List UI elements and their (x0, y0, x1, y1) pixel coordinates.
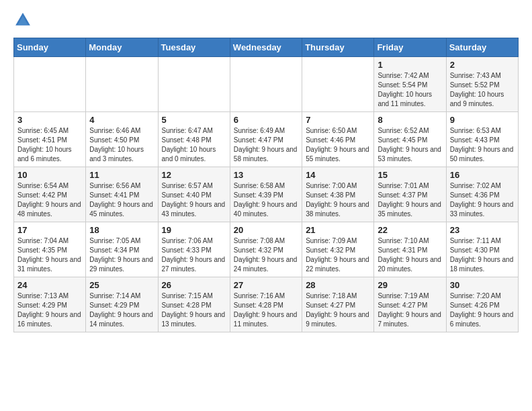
day-number: 14 (306, 170, 370, 180)
day-info: Sunrise: 6:50 AM Sunset: 4:46 PM Dayligh… (306, 126, 370, 164)
logo-icon (13, 11, 32, 30)
day-info: Sunrise: 7:08 AM Sunset: 4:32 PM Dayligh… (234, 236, 298, 274)
day-cell: 10Sunrise: 6:54 AM Sunset: 4:42 PM Dayli… (14, 167, 86, 222)
day-info: Sunrise: 7:42 AM Sunset: 5:54 PM Dayligh… (378, 71, 442, 109)
day-info: Sunrise: 6:56 AM Sunset: 4:41 PM Dayligh… (89, 181, 154, 219)
day-cell (86, 57, 158, 112)
page: SundayMondayTuesdayWednesdayThursdayFrid… (0, 0, 532, 343)
day-cell: 23Sunrise: 7:11 AM Sunset: 4:30 PM Dayli… (446, 222, 518, 277)
day-number: 16 (450, 170, 515, 180)
day-cell: 22Sunrise: 7:10 AM Sunset: 4:31 PM Dayli… (374, 222, 446, 277)
day-cell: 21Sunrise: 7:09 AM Sunset: 4:32 PM Dayli… (302, 222, 374, 277)
day-info: Sunrise: 7:09 AM Sunset: 4:32 PM Dayligh… (306, 236, 370, 274)
day-number: 11 (89, 170, 154, 180)
day-info: Sunrise: 6:52 AM Sunset: 4:45 PM Dayligh… (378, 126, 442, 164)
day-cell: 19Sunrise: 7:06 AM Sunset: 4:33 PM Dayli… (158, 222, 230, 277)
day-number: 23 (450, 225, 515, 235)
logo (13, 11, 35, 30)
day-info: Sunrise: 7:19 AM Sunset: 4:27 PM Dayligh… (378, 291, 442, 329)
col-header-tuesday: Tuesday (158, 38, 230, 57)
day-cell: 11Sunrise: 6:56 AM Sunset: 4:41 PM Dayli… (86, 167, 158, 222)
day-cell: 3Sunrise: 6:45 AM Sunset: 4:51 PM Daylig… (14, 112, 86, 167)
day-cell: 4Sunrise: 6:46 AM Sunset: 4:50 PM Daylig… (86, 112, 158, 167)
day-cell: 8Sunrise: 6:52 AM Sunset: 4:45 PM Daylig… (374, 112, 446, 167)
day-number: 25 (89, 280, 154, 290)
col-header-wednesday: Wednesday (230, 38, 302, 57)
day-number: 26 (162, 280, 226, 290)
day-number: 10 (17, 170, 82, 180)
day-info: Sunrise: 7:00 AM Sunset: 4:38 PM Dayligh… (306, 181, 370, 219)
day-cell: 30Sunrise: 7:20 AM Sunset: 4:26 PM Dayli… (446, 277, 518, 332)
day-cell: 24Sunrise: 7:13 AM Sunset: 4:29 PM Dayli… (14, 277, 86, 332)
day-number: 27 (234, 280, 298, 290)
col-header-monday: Monday (86, 38, 158, 57)
day-cell: 1Sunrise: 7:42 AM Sunset: 5:54 PM Daylig… (374, 57, 446, 112)
day-info: Sunrise: 7:14 AM Sunset: 4:29 PM Dayligh… (89, 291, 154, 329)
day-info: Sunrise: 7:01 AM Sunset: 4:37 PM Dayligh… (378, 181, 442, 219)
day-info: Sunrise: 6:45 AM Sunset: 4:51 PM Dayligh… (17, 126, 82, 164)
col-header-friday: Friday (374, 38, 446, 57)
day-cell: 6Sunrise: 6:49 AM Sunset: 4:47 PM Daylig… (230, 112, 302, 167)
col-header-sunday: Sunday (14, 38, 86, 57)
day-info: Sunrise: 7:18 AM Sunset: 4:27 PM Dayligh… (306, 291, 370, 329)
day-info: Sunrise: 7:06 AM Sunset: 4:33 PM Dayligh… (162, 236, 226, 274)
day-info: Sunrise: 7:16 AM Sunset: 4:28 PM Dayligh… (234, 291, 298, 329)
day-cell: 27Sunrise: 7:16 AM Sunset: 4:28 PM Dayli… (230, 277, 302, 332)
day-cell: 25Sunrise: 7:14 AM Sunset: 4:29 PM Dayli… (86, 277, 158, 332)
day-number: 29 (378, 280, 442, 290)
day-number: 19 (162, 225, 226, 235)
day-cell: 14Sunrise: 7:00 AM Sunset: 4:38 PM Dayli… (302, 167, 374, 222)
week-row-1: 3Sunrise: 6:45 AM Sunset: 4:51 PM Daylig… (14, 112, 519, 167)
day-cell: 2Sunrise: 7:43 AM Sunset: 5:52 PM Daylig… (446, 57, 518, 112)
day-cell (230, 57, 302, 112)
day-info: Sunrise: 7:02 AM Sunset: 4:36 PM Dayligh… (450, 181, 515, 219)
day-number: 1 (378, 60, 442, 70)
day-number: 8 (378, 115, 442, 125)
day-info: Sunrise: 7:05 AM Sunset: 4:34 PM Dayligh… (89, 236, 154, 274)
day-number: 13 (234, 170, 298, 180)
day-cell: 29Sunrise: 7:19 AM Sunset: 4:27 PM Dayli… (374, 277, 446, 332)
day-info: Sunrise: 7:10 AM Sunset: 4:31 PM Dayligh… (378, 236, 442, 274)
day-number: 7 (306, 115, 370, 125)
day-info: Sunrise: 6:47 AM Sunset: 4:48 PM Dayligh… (162, 126, 226, 164)
col-header-thursday: Thursday (302, 38, 374, 57)
day-info: Sunrise: 7:13 AM Sunset: 4:29 PM Dayligh… (17, 291, 82, 329)
week-row-4: 24Sunrise: 7:13 AM Sunset: 4:29 PM Dayli… (14, 277, 519, 332)
day-cell: 26Sunrise: 7:15 AM Sunset: 4:28 PM Dayli… (158, 277, 230, 332)
day-number: 17 (17, 225, 82, 235)
day-number: 28 (306, 280, 370, 290)
day-info: Sunrise: 6:46 AM Sunset: 4:50 PM Dayligh… (89, 126, 154, 164)
day-number: 4 (89, 115, 154, 125)
day-number: 9 (450, 115, 515, 125)
day-cell (302, 57, 374, 112)
day-cell: 17Sunrise: 7:04 AM Sunset: 4:35 PM Dayli… (14, 222, 86, 277)
header-row: SundayMondayTuesdayWednesdayThursdayFrid… (14, 38, 519, 57)
week-row-0: 1Sunrise: 7:42 AM Sunset: 5:54 PM Daylig… (14, 57, 519, 112)
week-row-3: 17Sunrise: 7:04 AM Sunset: 4:35 PM Dayli… (14, 222, 519, 277)
header (13, 11, 519, 30)
day-number: 20 (234, 225, 298, 235)
day-cell: 16Sunrise: 7:02 AM Sunset: 4:36 PM Dayli… (446, 167, 518, 222)
day-number: 24 (17, 280, 82, 290)
week-row-2: 10Sunrise: 6:54 AM Sunset: 4:42 PM Dayli… (14, 167, 519, 222)
day-cell: 5Sunrise: 6:47 AM Sunset: 4:48 PM Daylig… (158, 112, 230, 167)
day-number: 18 (89, 225, 154, 235)
day-number: 5 (162, 115, 226, 125)
calendar-table: SundayMondayTuesdayWednesdayThursdayFrid… (13, 38, 519, 332)
day-number: 21 (306, 225, 370, 235)
day-info: Sunrise: 7:04 AM Sunset: 4:35 PM Dayligh… (17, 236, 82, 274)
day-number: 22 (378, 225, 442, 235)
col-header-saturday: Saturday (446, 38, 518, 57)
day-cell: 28Sunrise: 7:18 AM Sunset: 4:27 PM Dayli… (302, 277, 374, 332)
day-cell (14, 57, 86, 112)
day-cell: 18Sunrise: 7:05 AM Sunset: 4:34 PM Dayli… (86, 222, 158, 277)
day-cell: 15Sunrise: 7:01 AM Sunset: 4:37 PM Dayli… (374, 167, 446, 222)
day-number: 6 (234, 115, 298, 125)
day-info: Sunrise: 6:54 AM Sunset: 4:42 PM Dayligh… (17, 181, 82, 219)
day-info: Sunrise: 6:49 AM Sunset: 4:47 PM Dayligh… (234, 126, 298, 164)
day-cell: 7Sunrise: 6:50 AM Sunset: 4:46 PM Daylig… (302, 112, 374, 167)
day-cell: 20Sunrise: 7:08 AM Sunset: 4:32 PM Dayli… (230, 222, 302, 277)
day-number: 3 (17, 115, 82, 125)
day-info: Sunrise: 6:58 AM Sunset: 4:39 PM Dayligh… (234, 181, 298, 219)
day-info: Sunrise: 7:43 AM Sunset: 5:52 PM Dayligh… (450, 71, 515, 109)
